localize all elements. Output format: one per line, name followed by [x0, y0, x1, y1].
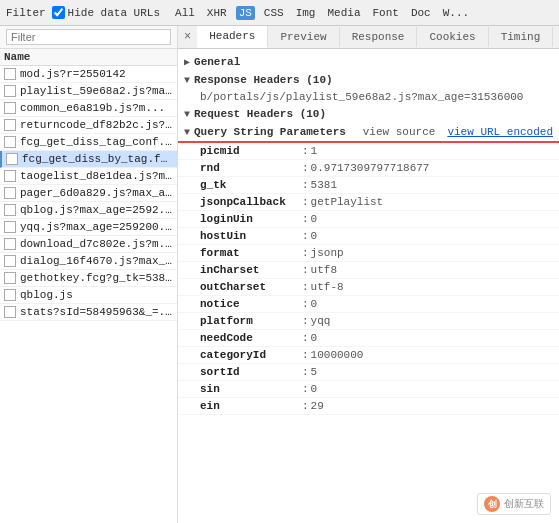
- response-headers-label: Response Headers (10): [194, 74, 333, 86]
- filter-label: Filter: [6, 7, 46, 19]
- param-row: outCharset:utf-8: [178, 279, 559, 296]
- ws-btn[interactable]: W...: [440, 6, 472, 20]
- file-name: fcg_get_diss_by_tag.fcg?...: [22, 153, 173, 165]
- query-actions: view source view URL encoded: [363, 126, 553, 138]
- param-key: sortId: [200, 366, 300, 378]
- param-value: 0: [311, 213, 318, 225]
- param-colon: :: [302, 281, 309, 293]
- file-list-item[interactable]: dialog_16f4670.js?max_a...: [0, 253, 177, 270]
- param-key: picmid: [200, 145, 300, 157]
- param-key: rnd: [200, 162, 300, 174]
- file-icon: [4, 68, 16, 80]
- file-list-item[interactable]: common_e6a819b.js?m...: [0, 100, 177, 117]
- view-url-encoded-link[interactable]: view URL encoded: [447, 126, 553, 138]
- file-list-item[interactable]: qblog.js: [0, 287, 177, 304]
- hide-data-urls-input[interactable]: [52, 6, 65, 19]
- tab-preview[interactable]: Preview: [268, 27, 339, 47]
- file-icon: [4, 221, 16, 233]
- tab-headers[interactable]: Headers: [197, 26, 268, 48]
- param-key: ein: [200, 400, 300, 412]
- params-container: picmid:1rnd:0.9717309797718677g_tk:5381j…: [178, 143, 559, 415]
- param-row: hostUin:0: [178, 228, 559, 245]
- response-headers-url: b/portals/js/playlist_59e68a2.js?max_age…: [178, 89, 559, 105]
- file-list-item[interactable]: gethotkey.fcg?g_tk=538...: [0, 270, 177, 287]
- param-key: notice: [200, 298, 300, 310]
- query-arrow-icon: ▼: [184, 127, 190, 138]
- file-name: yqq.js?max_age=259200...: [20, 221, 173, 233]
- param-key: jsonpCallback: [200, 196, 300, 208]
- request-headers-arrow-icon: ▼: [184, 109, 190, 120]
- xhr-btn[interactable]: XHR: [204, 6, 230, 20]
- file-list-item[interactable]: yqq.js?max_age=259200...: [0, 219, 177, 236]
- param-key: platform: [200, 315, 300, 327]
- tab-cookies[interactable]: Cookies: [417, 27, 488, 47]
- file-list-item[interactable]: fcg_get_diss_by_tag.fcg?...: [0, 151, 177, 168]
- param-key: hostUin: [200, 230, 300, 242]
- tab-response[interactable]: Response: [340, 27, 418, 47]
- js-btn[interactable]: JS: [236, 6, 255, 20]
- param-row: notice:0: [178, 296, 559, 313]
- param-key: g_tk: [200, 179, 300, 191]
- watermark-logo: 创: [484, 496, 500, 512]
- file-icon: [4, 170, 16, 182]
- tab-timing[interactable]: Timing: [489, 27, 554, 47]
- param-key: loginUin: [200, 213, 300, 225]
- param-colon: :: [302, 145, 309, 157]
- request-headers-label: Request Headers (10): [194, 108, 326, 120]
- doc-btn[interactable]: Doc: [408, 6, 434, 20]
- filter-input[interactable]: [6, 29, 171, 45]
- response-headers-section-header[interactable]: ▼ Response Headers (10): [178, 71, 559, 89]
- file-list-item[interactable]: taogelist_d8e1dea.js?ma...: [0, 168, 177, 185]
- file-name: dialog_16f4670.js?max_a...: [20, 255, 173, 267]
- tab-close-btn[interactable]: ×: [178, 26, 197, 48]
- param-colon: :: [302, 247, 309, 259]
- param-key: outCharset: [200, 281, 300, 293]
- img-btn[interactable]: Img: [293, 6, 319, 20]
- view-source-link[interactable]: view source: [363, 126, 436, 138]
- hide-data-urls-checkbox[interactable]: Hide data URLs: [52, 6, 160, 19]
- file-name: qblog.js?max_age=2592...: [20, 204, 173, 216]
- param-row: rnd:0.9717309797718677: [178, 160, 559, 177]
- param-colon: :: [302, 366, 309, 378]
- request-headers-section-header[interactable]: ▼ Request Headers (10): [178, 105, 559, 123]
- file-list-item[interactable]: mod.js?r=2550142: [0, 66, 177, 83]
- param-row: sortId:5: [178, 364, 559, 381]
- param-colon: :: [302, 298, 309, 310]
- param-value: 5381: [311, 179, 337, 191]
- file-list-item[interactable]: download_d7c802e.js?m...: [0, 236, 177, 253]
- file-name: playlist_59e68a2.js?max_...: [20, 85, 173, 97]
- all-btn[interactable]: All: [172, 6, 198, 20]
- param-row: ein:29: [178, 398, 559, 415]
- param-value: 1: [311, 145, 318, 157]
- file-icon: [4, 272, 16, 284]
- param-value: jsonp: [311, 247, 344, 259]
- watermark: 创 创新互联: [477, 493, 551, 515]
- file-icon: [4, 255, 16, 267]
- param-value: 29: [311, 400, 324, 412]
- file-icon: [4, 204, 16, 216]
- general-section-header[interactable]: ▶ General: [178, 53, 559, 71]
- media-btn[interactable]: Media: [324, 6, 363, 20]
- param-colon: :: [302, 383, 309, 395]
- file-name: qblog.js: [20, 289, 73, 301]
- param-colon: :: [302, 230, 309, 242]
- param-value: 10000000: [311, 349, 364, 361]
- font-btn[interactable]: Font: [370, 6, 402, 20]
- param-key: format: [200, 247, 300, 259]
- file-list-item[interactable]: returncode_df82b2c.js?...: [0, 117, 177, 134]
- file-list-item[interactable]: stats?sId=58495963&_=...: [0, 304, 177, 321]
- file-list-item[interactable]: pager_6d0a829.js?max_a...: [0, 185, 177, 202]
- file-list-item[interactable]: fcg_get_diss_tag_conf.fc...: [0, 134, 177, 151]
- param-row: categoryId:10000000: [178, 347, 559, 364]
- file-icon: [4, 289, 16, 301]
- file-list-item[interactable]: playlist_59e68a2.js?max_...: [0, 83, 177, 100]
- param-value: 0.9717309797718677: [311, 162, 430, 174]
- query-string-section-header[interactable]: ▼ Query String Parameters view source vi…: [178, 123, 559, 143]
- param-value: 0: [311, 383, 318, 395]
- param-colon: :: [302, 179, 309, 191]
- param-key: inCharset: [200, 264, 300, 276]
- file-list-item[interactable]: qblog.js?max_age=2592...: [0, 202, 177, 219]
- main-layout: Name mod.js?r=2550142playlist_59e68a2.js…: [0, 26, 559, 523]
- hide-data-urls-label: Hide data URLs: [68, 7, 160, 19]
- css-btn[interactable]: CSS: [261, 6, 287, 20]
